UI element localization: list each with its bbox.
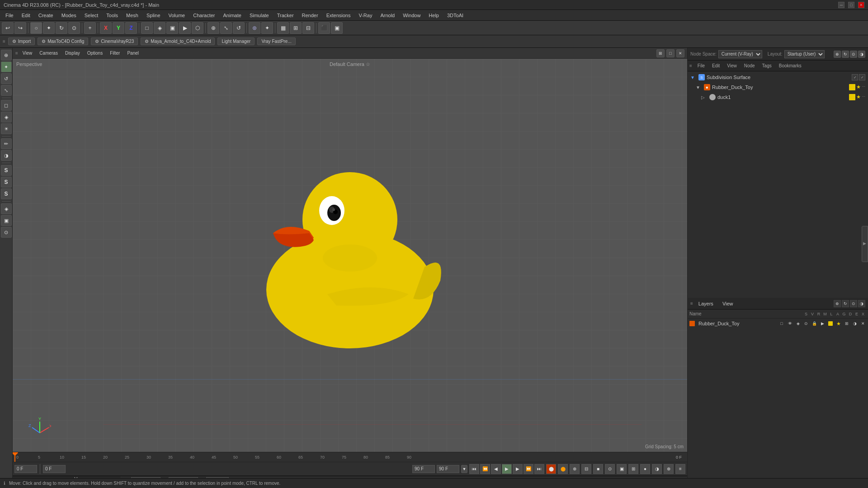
tool-render[interactable]: ▶ [179,22,191,34]
vp-btn-close[interactable]: ✕ [676,49,684,57]
node-duck1-color[interactable] [849,94,855,100]
tc-icon-11[interactable]: ⊕ [664,464,674,474]
menu-tools[interactable]: Tools [103,12,122,19]
node-tab-file[interactable]: File [694,61,708,70]
lt-paint-tool[interactable]: ▣ [1,215,12,226]
mode-edit[interactable]: ✦ [43,22,55,34]
layer-exp-icon[interactable]: ✕ [860,320,866,327]
menu-vray[interactable]: V-Ray [355,12,376,19]
layer-render-icon[interactable]: ◈ [795,320,801,327]
plugin-import[interactable]: ⚙ Import [8,38,35,45]
lt-light-tool[interactable]: ☀ [1,123,12,134]
tc-icon-6[interactable]: ⊙ [605,464,615,474]
vp-menu-filter[interactable]: Filter [107,50,123,56]
vp-menu-cameras[interactable]: Cameras [37,50,61,56]
menu-3dtoai[interactable]: 3DToAI [443,12,467,19]
tool-add[interactable]: + [84,22,96,34]
mode-model[interactable]: ○ [30,22,42,34]
plugin-maya-arnold[interactable]: ⚙ Maya_Arnold_to_C4D+Arnold [141,38,215,45]
menu-arnold[interactable]: Arnold [377,12,398,19]
menu-mesh[interactable]: Mesh [123,12,142,19]
layer-row-rubber-duck[interactable]: Rubber_Duck_Toy □ 👁 ◈ ⊙ 🔒 ▶ ★ ⊞ ◑ ✕ [688,319,868,328]
node-star-icon[interactable]: ★ [856,84,861,90]
node-check-1[interactable]: ✓ [852,74,858,80]
tool-scale[interactable]: ⤡ [220,22,232,34]
tool-move[interactable]: ⊕ [208,22,219,34]
node-check-2[interactable]: ✓ [859,74,865,80]
maximize-button[interactable]: □ [848,2,854,8]
lt-view-cube[interactable]: ◻ [1,100,12,111]
node-duck1-star[interactable]: ★ [856,94,861,100]
viewport-3d[interactable]: Perspective Default Camera ☆ [13,59,687,452]
end-frame-input[interactable] [412,465,435,473]
menu-spline[interactable]: Spline [143,12,164,19]
redo-button[interactable]: ↪ [14,22,26,34]
tool-render2[interactable]: ⬡ [192,22,203,34]
tc-icon-8[interactable]: ⊞ [628,464,638,474]
axis-z[interactable]: Z [125,22,137,34]
current-frame-input[interactable] [14,465,37,473]
plugin-light-manager[interactable]: Light Manager [217,38,255,45]
node-item-rubber-duck[interactable]: ▼ ■ Rubber_Duck_Toy ★ ··· [694,82,867,92]
tool-snap2[interactable]: ✦ [261,22,273,34]
tool-camera[interactable]: ▣ [166,22,178,34]
plugin-cinema-vray[interactable]: ⚙ CinemaVrayR23 [91,38,138,45]
menu-render[interactable]: Render [298,12,322,19]
layout-select[interactable]: Startup (User) [784,50,825,58]
layer-manager-icon[interactable]: ⊙ [803,320,809,327]
vp-menu-options[interactable]: Options [85,50,105,56]
plugin-vray-fastpre[interactable]: Vray FastPre... [257,38,295,45]
tool-rotate[interactable]: ↺ [233,22,245,34]
lt-more-tools[interactable]: ⊙ [1,227,12,238]
playhead[interactable] [14,452,15,462]
layer-solo-icon[interactable]: □ [778,320,785,327]
lt-s-tool[interactable]: S [1,165,12,176]
menu-simulate[interactable]: Simulate [246,12,273,19]
layer-anim-icon[interactable]: ▶ [819,320,826,327]
menu-volume[interactable]: Volume [165,12,189,19]
prev-key-button[interactable]: ◀ [491,464,501,474]
lt-deform-tool[interactable]: ◈ [1,203,12,214]
layers-icon-4[interactable]: ◑ [858,300,865,307]
vp-btn-maximize[interactable]: □ [666,49,675,57]
lt-perspective[interactable]: ◈ [1,112,12,122]
render-view[interactable]: ⬛ [318,22,330,34]
next-frame-button[interactable]: ⏩ [524,464,533,474]
layer-star-icon[interactable]: ★ [835,320,842,327]
shading-quick[interactable]: ⊟ [302,22,314,34]
menu-window[interactable]: Window [399,12,424,19]
prev-frame-button[interactable]: ⏪ [480,464,490,474]
end-frame-arrow[interactable]: ▼ [461,465,467,473]
layer-deform-icon[interactable]: ◑ [852,320,858,327]
layers-hamburger-icon[interactable]: ≡ [690,301,693,306]
shading-solid[interactable]: ▦ [277,22,289,34]
vp-menu-panel[interactable]: Panel [124,50,142,56]
node-icon-2[interactable]: ↻ [842,51,849,58]
tc-icon-1[interactable]: ⬤ [546,464,556,474]
tc-icon-4[interactable]: ⊟ [581,464,591,474]
minimize-button[interactable]: ─ [838,2,844,8]
tab-layers[interactable]: Layers [695,299,717,308]
node-icon-3[interactable]: ⊙ [850,51,857,58]
layers-icon-1[interactable]: ⊕ [834,300,841,307]
layers-icon-3[interactable]: ⊙ [850,300,857,307]
node-tab-edit[interactable]: Edit [708,61,723,70]
node-icon-1[interactable]: ⊕ [834,51,841,58]
lt-move-tool[interactable]: ✦ [1,61,12,72]
play-button[interactable]: ▶ [502,464,512,474]
go-start-button[interactable]: ⏮ [469,464,479,474]
plugin-maxtoc4d[interactable]: ⚙ MaxToC4D Config [38,38,88,45]
menu-animate[interactable]: Animate [220,12,245,19]
axis-y[interactable]: Y [113,22,124,34]
end-frame2-input[interactable] [437,465,459,473]
menu-modes[interactable]: Modes [58,12,80,19]
menu-extensions[interactable]: Extensions [323,12,354,19]
side-collapse-tab[interactable]: ◀ [862,226,868,262]
node-tab-tags[interactable]: Tags [759,61,775,70]
mode-texture[interactable]: ↻ [56,22,67,34]
node-item-duck1[interactable]: ▷ duck1 ★ ··· [699,92,867,102]
vp-btn-split[interactable]: ⊞ [656,49,665,57]
menu-help[interactable]: Help [425,12,443,19]
start-frame-input[interactable] [43,465,66,473]
go-end-button[interactable]: ⏭ [534,464,544,474]
